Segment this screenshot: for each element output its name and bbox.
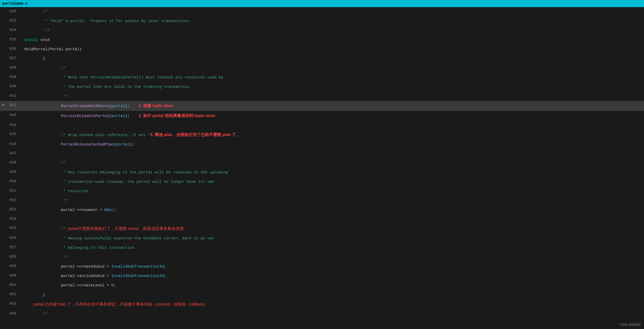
code-line: 653 portal->resowner = NULL; (0, 205, 644, 215)
line-number: 662 (0, 290, 20, 300)
line-content: portal->createLevel = 0; (20, 281, 644, 290)
line-content: /* (20, 309, 644, 319)
line-content: * Having successfully exported the holda… (20, 234, 644, 243)
code-line: 639 * Note that PersistHoldablePortal() … (0, 73, 644, 82)
line-number: 639 (0, 73, 20, 82)
line-number: 648 (0, 158, 20, 168)
line-content: * "Hold" a portal. Prepare it for access… (20, 17, 644, 26)
line-content: */ (20, 26, 644, 35)
code-line: 649 * Any resources belonging to the por… (0, 168, 644, 177)
line-content: * Note that PersistHoldablePortal() must… (20, 73, 644, 82)
line-number: 641 (0, 92, 20, 101)
line-content: * Any resources belonging to the portal … (20, 168, 644, 177)
code-line: 632 /* (0, 7, 644, 17)
line-number: 651 (0, 187, 20, 196)
line-number: 634 (0, 26, 20, 35)
line-number: 633 (0, 17, 20, 26)
code-line: 658 */ (0, 253, 644, 262)
code-container: 632 /* 633 * "Hold" a portal. Prepare it… (0, 7, 644, 319)
line-content: * belonging to this transaction. (20, 243, 644, 253)
code-line: 640 * the portal that are local to the c… (0, 82, 644, 92)
line-number: 632 (0, 7, 20, 17)
code-line: 634 */ (0, 26, 644, 35)
line-content: */ (20, 253, 644, 262)
line-number: 653 (0, 205, 20, 215)
line-number: 659 (0, 262, 20, 271)
line-number: 636 (0, 45, 20, 54)
code-line: 633 * "Hold" a portal. Prepare it for ac… (0, 17, 644, 26)
line-number: 654 (0, 215, 20, 224)
line-number: 647 (0, 149, 20, 158)
code-line: 643 PersistHoldablePortal(portal); 2. 执行… (0, 111, 644, 121)
line-number: 640 (0, 82, 20, 92)
line-content: PersistHoldablePortal(portal); 2. 执行 por… (20, 111, 644, 121)
line-content: PortalReleaseCachedPlan(portal); (20, 140, 644, 149)
line-content: */ (20, 196, 644, 205)
line-content: } (20, 290, 644, 300)
title-bar: portalmem.c (0, 0, 644, 7)
code-line: 656 * Having successfully exported the h… (0, 234, 644, 243)
code-line: 661 portal->createLevel = 0; (0, 281, 644, 290)
line-number: 643 (0, 111, 20, 121)
code-line: 659 portal->createSubid = InvalidSubTran… (0, 262, 644, 271)
line-number: 652 (0, 196, 20, 205)
line-content: * transaction-wide cleanup; the portal w… (20, 177, 644, 187)
line-content: portal 已经被 hold 了，不再和任何子事务绑定，不跟随子事务转移（co… (20, 300, 644, 309)
code-line: 638 /* (0, 63, 644, 73)
line-content: /* (20, 63, 644, 73)
code-line: 655 /* portal不需要再被执行了，不需要 owner，跟着顶层事务释放… (0, 224, 644, 234)
line-content (20, 149, 644, 158)
code-line: 635 static void (0, 35, 644, 45)
code-line: 637 { (0, 54, 644, 63)
code-line: 657 * belonging to this transaction. (0, 243, 644, 253)
code-line: 650 * transaction-wide cleanup; the port… (0, 177, 644, 187)
code-line: 648 /* (0, 158, 644, 168)
line-content: portal->resowner = NULL; (20, 205, 644, 215)
line-content (20, 215, 644, 224)
line-content: static void (20, 35, 644, 45)
line-content: /* (20, 7, 644, 17)
line-number: 635 (0, 35, 20, 45)
line-number: 646 (0, 140, 20, 149)
code-line: 646 PortalReleaseCachedPlan(portal); (0, 140, 644, 149)
code-line: 662 } (0, 290, 644, 300)
line-number: 642 (0, 101, 20, 111)
line-number: 638 (0, 63, 20, 73)
line-number: 661 (0, 281, 20, 290)
line-number: 656 (0, 234, 20, 243)
line-content: portal->createSubid = InvalidSubTransact… (20, 262, 644, 271)
line-number: 655 (0, 224, 20, 234)
code-line: 663 portal 已经被 hold 了，不再和任何子事务绑定，不跟随子事务转… (0, 300, 644, 309)
line-content: * the portal that are local to the creat… (20, 82, 644, 92)
line-number: 649 (0, 168, 20, 177)
line-number: 637 (0, 54, 20, 63)
line-number: 657 (0, 243, 20, 253)
line-content: { (20, 54, 644, 63)
line-content: */ (20, 92, 644, 101)
code-line: 636 HoldPortal(Portal portal) (0, 45, 644, 54)
code-line: 651 * resources. (0, 187, 644, 196)
line-content: HoldPortal(Portal portal) (20, 45, 644, 54)
line-number: 660 (0, 271, 20, 281)
file-title: portalmem.c (3, 2, 28, 6)
code-line: 645 /* drop cached plan reference, if an… (0, 130, 644, 140)
code-line: 660 portal->activeSubid = InvalidSubTran… (0, 271, 644, 281)
code-line: 652 */ (0, 196, 644, 205)
line-number: 645 (0, 130, 20, 140)
code-line: 641 */ (0, 92, 644, 101)
line-content (20, 121, 644, 130)
line-number: 664 (0, 309, 20, 319)
line-content: * resources. (20, 187, 644, 196)
line-number: 650 (0, 177, 20, 187)
line-content: PortalCreateHoldStore(portal); 1. 创建 tup… (20, 101, 644, 111)
line-content: /* portal不需要再被执行了，不需要 owner，跟着顶层事务释放资源。 (20, 224, 644, 234)
code-line: 647 (0, 149, 644, 158)
code-line: 664 /* (0, 309, 644, 319)
line-content: /* (20, 158, 644, 168)
code-line: 644 (0, 121, 644, 130)
line-content: portal->activeSubid = InvalidSubTransact… (20, 271, 644, 281)
line-number: 658 (0, 253, 20, 262)
code-line-642: 642 PortalCreateHoldStore(portal); 1. 创建… (0, 101, 644, 111)
code-line: 654 (0, 215, 644, 224)
line-number: 663 (0, 300, 20, 309)
